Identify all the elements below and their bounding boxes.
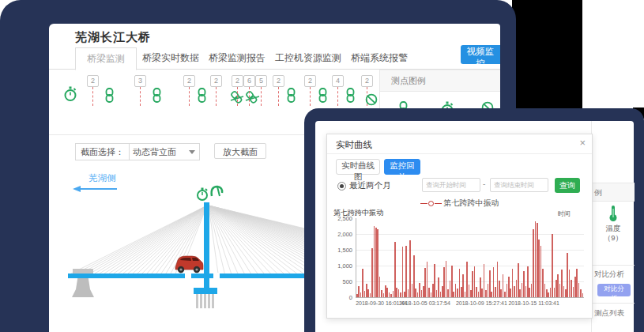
- vibration-spike: [434, 264, 435, 297]
- query-end-time-input[interactable]: [490, 178, 548, 192]
- bridge-abutment: [72, 269, 94, 297]
- vibration-spike: [461, 287, 462, 297]
- gridline: [356, 250, 584, 251]
- vibration-spike: [580, 289, 582, 297]
- vibration-spike: [438, 277, 439, 297]
- compare-analysis-button[interactable]: 对比分析: [597, 284, 631, 296]
- vibration-spike: [565, 289, 567, 297]
- range-separator: -: [483, 179, 485, 188]
- vibration-spike: [573, 287, 574, 297]
- deck-gap: [185, 273, 191, 279]
- tower-gauge-icon[interactable]: [198, 188, 207, 201]
- section-controls: 截面选择：动态背立面放大截面: [75, 143, 266, 160]
- vibration-spike: [555, 280, 557, 297]
- chevron-down-icon: [189, 150, 195, 154]
- vibration-spike: [400, 292, 401, 297]
- thermometer-icon[interactable]: [608, 205, 619, 222]
- dialog-title: 实时曲线: [336, 139, 372, 151]
- tab-3[interactable]: 工控机资源监测: [275, 47, 341, 68]
- x-axis-tick-label: 2018-10-05 03:17:54: [399, 300, 450, 306]
- section-select-dropdown[interactable]: 动态背立面: [129, 143, 200, 160]
- sensor-chain-icon[interactable]: [105, 88, 119, 104]
- tab-monitor-playback[interactable]: 监控回放: [384, 159, 420, 175]
- tab-realtime-curve[interactable]: 实时曲线图: [336, 159, 380, 175]
- vibration-spike: [402, 247, 404, 297]
- vibration-spike: [567, 253, 568, 297]
- legend-marker-line: [435, 203, 442, 204]
- desktop-gap: [512, 0, 585, 111]
- vibration-spike: [574, 277, 576, 297]
- sensor-dash-line: [278, 87, 279, 106]
- sensor-chain-icon[interactable]: [198, 88, 212, 104]
- tab-2[interactable]: 桥梁监测报告: [209, 47, 266, 68]
- close-icon[interactable]: ×: [579, 138, 586, 149]
- video-monitor-button[interactable]: 视频监控: [461, 45, 500, 64]
- vibration-spike: [529, 288, 530, 297]
- vibration-spike: [455, 284, 457, 297]
- tab-0[interactable]: 桥梁监测: [75, 47, 137, 70]
- vibration-spike: [519, 289, 521, 297]
- vibration-spike: [499, 281, 500, 297]
- tab-1[interactable]: 桥梁实时数据: [142, 47, 199, 68]
- vibration-spike: [546, 289, 548, 297]
- vibration-spike: [525, 286, 527, 297]
- vibration-spike: [390, 294, 392, 297]
- legend-marker-line: [420, 203, 427, 204]
- vibration-spike: [533, 229, 534, 297]
- vibration-spike: [358, 286, 360, 297]
- sensor-dash-line: [189, 87, 190, 106]
- legend-panel-title: 测点图例: [380, 70, 500, 92]
- front-window: 例 温度 （9） 对比分析 对比分析 测点列表 实时曲线 × 实时曲线图: [304, 108, 644, 332]
- y-axis-tick-label: 1,000: [337, 262, 352, 270]
- temperature-count: （9）: [592, 233, 635, 243]
- vibration-spike: [557, 274, 559, 297]
- divider: [592, 303, 635, 304]
- vibration-spike: [489, 270, 491, 297]
- sensor-count-badge: 2: [87, 75, 99, 87]
- vibration-spike: [523, 271, 525, 297]
- sensor-stopwatch-icon[interactable]: [63, 86, 77, 102]
- vibration-spike: [550, 288, 552, 297]
- vibration-spike: [375, 228, 377, 297]
- vibration-spike: [396, 288, 397, 297]
- sensor-chain-icon[interactable]: [318, 88, 333, 104]
- vibration-spike: [389, 292, 390, 297]
- vibration-spike: [531, 284, 533, 297]
- vibration-spike: [497, 262, 499, 297]
- vibration-spike: [360, 292, 362, 297]
- tower-clamp-icon[interactable]: [212, 187, 222, 196]
- vibration-spike: [393, 291, 394, 297]
- query-start-time-input[interactable]: [422, 178, 480, 192]
- sensor-chain-icon[interactable]: [153, 88, 167, 104]
- sensor-ban-icon[interactable]: [365, 93, 379, 109]
- tab-bar: 桥梁监测桥梁实时数据桥梁监测报告工控机资源监测桥端系统报警: [49, 47, 500, 70]
- vibration-spike: [374, 226, 375, 297]
- vibration-spike: [561, 270, 563, 297]
- x-axis-tick-label: 2018-10-15 11:03:41: [508, 300, 559, 306]
- y-axis-tick-label: 500: [342, 278, 352, 285]
- vibration-spike: [508, 277, 510, 297]
- gridline: [356, 266, 584, 266]
- sensor-count-badge: 2: [361, 75, 373, 87]
- vibration-spike: [476, 287, 477, 297]
- gridline: [356, 234, 584, 235]
- chart-x-unit-label: 时间: [558, 209, 571, 218]
- right-side-panel: 例 温度 （9） 对比分析 对比分析 测点列表: [591, 121, 635, 332]
- vibration-spike: [379, 277, 381, 297]
- vibration-spike: [446, 261, 447, 297]
- sensor-chain-icon[interactable]: [287, 88, 301, 104]
- recent-two-months-radio[interactable]: [337, 182, 346, 191]
- vibration-spike: [481, 289, 483, 297]
- vibration-spike: [488, 284, 489, 297]
- vibration-spike: [364, 291, 366, 297]
- vibration-spike: [408, 289, 409, 297]
- sensor-dash-line: [216, 87, 217, 106]
- clipped-panel-header: 例: [592, 183, 635, 202]
- vibration-spike: [367, 289, 369, 297]
- sensor-chain-icon[interactable]: [346, 88, 360, 104]
- sensor-broken-icon[interactable]: [229, 88, 243, 104]
- query-button[interactable]: 查询: [555, 178, 580, 193]
- enlarge-section-button[interactable]: 放大截面: [214, 143, 266, 159]
- tab-4[interactable]: 桥端系统报警: [351, 47, 408, 68]
- sensor-count-badge: 3: [134, 75, 146, 87]
